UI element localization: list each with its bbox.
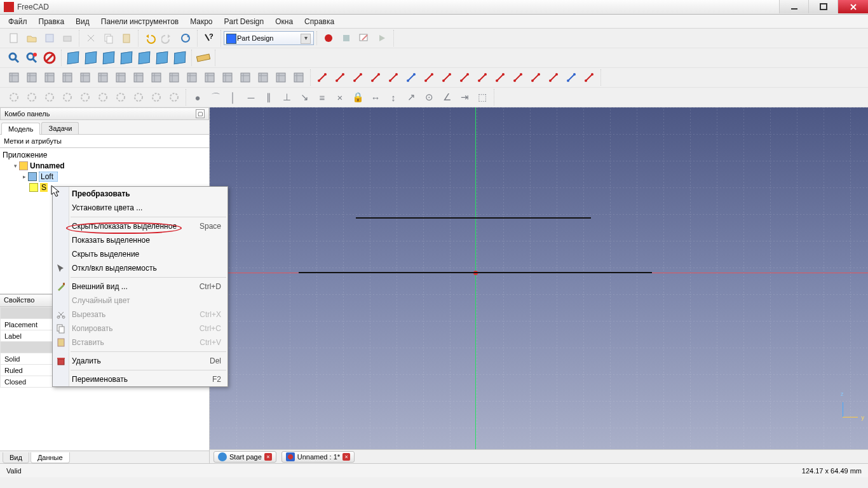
- sketch-tool-button[interactable]: [492, 69, 508, 86]
- context-menu-item[interactable]: Преобразовать: [53, 187, 227, 201]
- view-front-icon[interactable]: [83, 50, 99, 66]
- cut-icon[interactable]: [83, 30, 99, 46]
- macro-stop-icon[interactable]: [338, 30, 355, 46]
- context-menu-item[interactable]: Скрыть/показать выделенноеSpace: [53, 219, 227, 233]
- measure-icon[interactable]: [195, 50, 212, 66]
- menu-macro[interactable]: Maкро: [184, 15, 218, 28]
- open-file-icon[interactable]: [24, 30, 40, 46]
- macro-edit-icon[interactable]: [356, 30, 372, 46]
- menu-view[interactable]: Вид: [70, 15, 95, 28]
- tree-document[interactable]: ▾Unnamed: [3, 160, 207, 171]
- sketch-tool-button[interactable]: [349, 69, 366, 86]
- view-left-icon[interactable]: [172, 50, 188, 66]
- sketch-tool-button[interactable]: [314, 69, 330, 86]
- sketch-tool-button[interactable]: [332, 69, 348, 86]
- doc-tab-unnamed[interactable]: Unnamed : 1* ×: [281, 451, 355, 463]
- toolbar-button[interactable]: [112, 69, 129, 86]
- new-file-icon[interactable]: [6, 30, 22, 46]
- constraint-button[interactable]: ⇥: [456, 89, 473, 105]
- context-menu-item[interactable]: Откл/вкл выделяемость: [53, 261, 227, 275]
- sketch-geom-button[interactable]: [148, 89, 165, 105]
- context-menu-item[interactable]: Скрыть выделение: [53, 247, 227, 261]
- toolbar-button[interactable]: [77, 69, 93, 86]
- constraint-button[interactable]: ⬚: [474, 89, 491, 105]
- toolbar-button[interactable]: [237, 69, 254, 86]
- prop-tab-view[interactable]: Вид: [3, 452, 29, 463]
- sketch-tool-button[interactable]: [421, 69, 437, 86]
- sketch-geom-button[interactable]: [77, 89, 93, 105]
- window-close-button[interactable]: [837, 0, 868, 13]
- sketch-tool-button[interactable]: [510, 69, 526, 86]
- constraint-button[interactable]: ─: [243, 89, 259, 105]
- toolbar-button[interactable]: [201, 69, 218, 86]
- constraint-button[interactable]: ↘: [296, 89, 313, 105]
- menu-edit[interactable]: Правка: [33, 15, 71, 28]
- print-icon[interactable]: [59, 30, 76, 46]
- toolbar-button[interactable]: [273, 69, 289, 86]
- constraint-button[interactable]: ×: [332, 89, 348, 105]
- macro-play-icon[interactable]: [374, 30, 390, 46]
- constraint-button[interactable]: ↕: [385, 89, 402, 105]
- sketch-geom-button[interactable]: [95, 89, 111, 105]
- sketch-tool-button[interactable]: [438, 69, 455, 86]
- toolbar-button[interactable]: [255, 69, 271, 86]
- constraint-button[interactable]: 🔒: [349, 89, 366, 105]
- context-menu-item[interactable]: УдалитьDel: [53, 354, 227, 368]
- zoom-fit-icon[interactable]: [6, 50, 22, 66]
- view-bottom-icon[interactable]: [154, 50, 170, 66]
- sketch-tool-button[interactable]: [563, 69, 580, 86]
- menu-windows[interactable]: Окна: [269, 15, 299, 28]
- close-tab-icon[interactable]: ×: [342, 453, 350, 461]
- context-menu-item[interactable]: Внешний вид ...Ctrl+D: [53, 280, 227, 294]
- 3d-viewport[interactable]: zy: [210, 107, 868, 449]
- constraint-button[interactable]: ∠: [438, 89, 455, 105]
- toolbar-button[interactable]: [24, 69, 40, 86]
- doc-tab-start[interactable]: Start page ×: [214, 451, 276, 463]
- toolbar-button[interactable]: [41, 69, 58, 86]
- draw-style-icon[interactable]: [41, 50, 58, 66]
- undo-icon[interactable]: [142, 30, 158, 46]
- constraint-button[interactable]: ⌒: [207, 89, 224, 105]
- constraint-button[interactable]: ↔: [367, 89, 384, 105]
- sketch-tool-button[interactable]: [581, 69, 597, 86]
- view-rear-icon[interactable]: [136, 50, 153, 66]
- sketch-tool-button[interactable]: [385, 69, 402, 86]
- paste-icon[interactable]: [118, 30, 135, 46]
- constraint-button[interactable]: │: [225, 89, 241, 105]
- macro-record-icon[interactable]: [320, 30, 337, 46]
- toolbar-button[interactable]: [166, 69, 182, 86]
- sketch-tool-button[interactable]: [403, 69, 419, 86]
- copy-icon[interactable]: [100, 30, 117, 46]
- context-menu-item[interactable]: Показать выделенное: [53, 233, 227, 247]
- toolbar-button[interactable]: [6, 69, 22, 86]
- save-icon[interactable]: [41, 30, 58, 46]
- prop-tab-data[interactable]: Данные: [31, 452, 70, 463]
- sketch-geom-button[interactable]: [24, 89, 40, 105]
- toolbar-button[interactable]: [95, 69, 111, 86]
- sketch-geom-button[interactable]: [6, 89, 22, 105]
- sketch-tool-button[interactable]: [545, 69, 562, 86]
- toolbar-button[interactable]: [184, 69, 200, 86]
- constraint-button[interactable]: ∥: [261, 89, 277, 105]
- tab-tasks[interactable]: Задачи: [41, 122, 79, 134]
- constraint-button[interactable]: ●: [189, 89, 206, 105]
- constraint-button[interactable]: ⊥: [278, 89, 295, 105]
- view-top-icon[interactable]: [100, 50, 117, 66]
- toolbar-button[interactable]: [148, 69, 165, 86]
- sketch-tool-button[interactable]: [527, 69, 544, 86]
- sketch-geom-button[interactable]: [166, 89, 182, 105]
- menu-partdesign[interactable]: Part Design: [219, 15, 270, 28]
- view-iso-icon[interactable]: [65, 50, 81, 66]
- menu-file[interactable]: Файл: [3, 15, 33, 28]
- workbench-selector[interactable]: Part Design: [224, 31, 314, 45]
- sketch-tool-button[interactable]: [474, 69, 491, 86]
- sketch-geom-button[interactable]: [112, 89, 129, 105]
- toolbar-button[interactable]: [290, 69, 307, 86]
- redo-icon[interactable]: [159, 30, 176, 46]
- window-maximize-button[interactable]: [808, 0, 837, 13]
- constraint-button[interactable]: ⊙: [421, 89, 437, 105]
- menu-help[interactable]: Справка: [299, 15, 340, 28]
- toolbar-button[interactable]: [59, 69, 76, 86]
- sketch-geom-button[interactable]: [59, 89, 76, 105]
- view-right-icon[interactable]: [118, 50, 135, 66]
